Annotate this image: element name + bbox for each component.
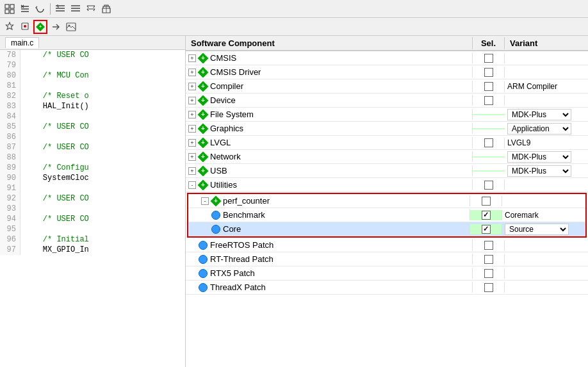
svg-rect-2 (5, 10, 9, 13)
expander-icon[interactable]: + (188, 125, 196, 133)
table-row[interactable]: ++File SystemMDK-Plus (186, 108, 588, 122)
table-row[interactable]: ++CompilerARM Compiler (186, 79, 588, 94)
table-row[interactable]: FreeRTOS Patch (186, 238, 588, 252)
table-row[interactable]: RT-Thread Patch (186, 252, 588, 266)
td-sel[interactable] (473, 170, 505, 172)
line-code: /* MCU Con (20, 70, 89, 81)
td-sel[interactable] (473, 81, 505, 92)
td-sel[interactable] (473, 268, 505, 279)
checkbox-empty[interactable] (482, 197, 491, 206)
toolbar-pin2-icon[interactable] (18, 20, 32, 34)
variant-dropdown[interactable]: MDK-Plus (507, 165, 571, 177)
toolbar-pin-icon[interactable] (3, 20, 17, 34)
toolbar-icon-7[interactable] (99, 2, 113, 16)
td-sel[interactable] (470, 196, 502, 206)
line-code (20, 183, 24, 193)
expander-icon[interactable]: + (188, 139, 196, 147)
variant-text: ARM Compiler (507, 82, 557, 91)
expander-icon[interactable]: + (188, 167, 196, 175)
table-row[interactable]: ++LVGLLVGL9 (186, 136, 588, 150)
table-row[interactable]: ++USBMDK-Plus (186, 164, 588, 178)
toolbar-icon-5[interactable] (69, 2, 83, 16)
checkbox-empty[interactable] (484, 138, 493, 147)
td-sel[interactable] (473, 95, 505, 106)
table-row[interactable]: RTX5 Patch (186, 266, 588, 281)
svg-rect-1 (10, 4, 14, 8)
expander-icon[interactable]: + (188, 97, 196, 104)
variant-dropdown[interactable]: MDK-Plus (507, 151, 571, 163)
checkbox[interactable] (482, 225, 491, 234)
td-sel[interactable] (473, 138, 505, 148)
diamond-plus-label: + (199, 152, 208, 161)
td-sel[interactable] (473, 67, 505, 77)
header-component: Software Component (186, 37, 473, 49)
td-component: ++CMSIS Driver (186, 67, 473, 77)
expander-icon[interactable]: + (188, 153, 196, 161)
line-number: 82 (0, 91, 20, 101)
code-content[interactable]: 78 /* USER CO7980 /* MCU Con8182 /* Rese… (0, 50, 185, 367)
expander-icon[interactable]: - (188, 181, 196, 189)
expander-icon[interactable]: + (188, 54, 196, 62)
table-row[interactable]: ++CMSIS (186, 51, 588, 65)
code-line: 93 (0, 204, 185, 214)
td-sel[interactable] (473, 254, 505, 265)
toolbar-icon-6[interactable] (84, 2, 98, 16)
table-row[interactable]: ThreadX Patch (186, 281, 588, 295)
td-sel[interactable] (473, 156, 505, 158)
toolbar-icon-1[interactable] (3, 2, 17, 16)
code-line: 85 /* USER CO (0, 122, 185, 132)
variant-dropdown[interactable]: MDK-Plus (507, 109, 571, 120)
table-row[interactable]: -+Utilities (186, 178, 588, 192)
table-row[interactable]: ++NetworkMDK-Plus (186, 150, 588, 164)
checkbox-empty[interactable] (484, 54, 493, 63)
variant-dropdown[interactable]: Source (505, 224, 569, 235)
row-label: Core (223, 224, 241, 234)
td-sel[interactable] (473, 114, 505, 115)
td-component: Core (188, 224, 470, 234)
checkbox-empty[interactable] (484, 82, 493, 91)
toolbar-diamond-icon[interactable]: + (33, 20, 47, 34)
expander-icon[interactable]: - (201, 197, 209, 205)
td-sel[interactable] (470, 210, 502, 220)
expander-icon[interactable]: + (188, 111, 196, 118)
checkbox-empty[interactable] (484, 255, 493, 264)
tab-main-c[interactable]: main.c (5, 37, 39, 48)
table-row[interactable]: ++CMSIS Driver (186, 65, 588, 79)
td-sel[interactable] (470, 224, 502, 234)
row-label: Benchmark (223, 210, 265, 220)
table-row[interactable]: ++GraphicsApplication (186, 122, 588, 136)
checkbox-empty[interactable] (484, 181, 493, 190)
line-number: 95 (0, 224, 20, 234)
checkbox-empty[interactable] (484, 241, 493, 250)
diamond-plus-label: + (199, 110, 208, 119)
code-line: 97 MX_GPIO_In (0, 245, 185, 255)
checkbox-empty[interactable] (484, 68, 493, 77)
table-row[interactable]: BenchmarkCoremark (188, 208, 585, 222)
toolbar-arrow-icon[interactable] (49, 20, 63, 34)
td-sel[interactable] (473, 180, 505, 190)
checkbox[interactable] (482, 211, 491, 220)
checkbox-empty[interactable] (484, 283, 493, 292)
highlight-group: -+perf_counterBenchmarkCoremarkCoreSourc… (187, 193, 587, 238)
checkbox-empty[interactable] (484, 269, 493, 278)
td-sel[interactable] (473, 240, 505, 250)
td-sel[interactable] (473, 282, 505, 293)
table-row[interactable]: CoreSource (188, 222, 585, 236)
toolbar-image-icon[interactable] (64, 20, 78, 34)
table-row[interactable]: ++Device (186, 94, 588, 108)
toolbar-icon-3[interactable] (33, 2, 47, 16)
td-sel[interactable] (473, 128, 505, 129)
expander-icon[interactable]: + (188, 69, 196, 76)
toolbar-icon-4[interactable] (53, 2, 67, 16)
toolbar-icon-2[interactable] (18, 2, 32, 16)
toolbar-row2: + (0, 18, 588, 36)
code-line: 90 SystemCloc (0, 173, 185, 183)
svg-text:+: + (39, 24, 42, 29)
td-sel[interactable] (473, 53, 505, 63)
checkbox-empty[interactable] (484, 96, 493, 105)
diamond-icon: + (199, 54, 208, 63)
variant-dropdown[interactable]: Application (507, 123, 571, 135)
table-row[interactable]: -+perf_counter (188, 194, 585, 208)
td-variant: LVGL9 (505, 138, 588, 148)
expander-icon[interactable]: + (188, 83, 196, 90)
